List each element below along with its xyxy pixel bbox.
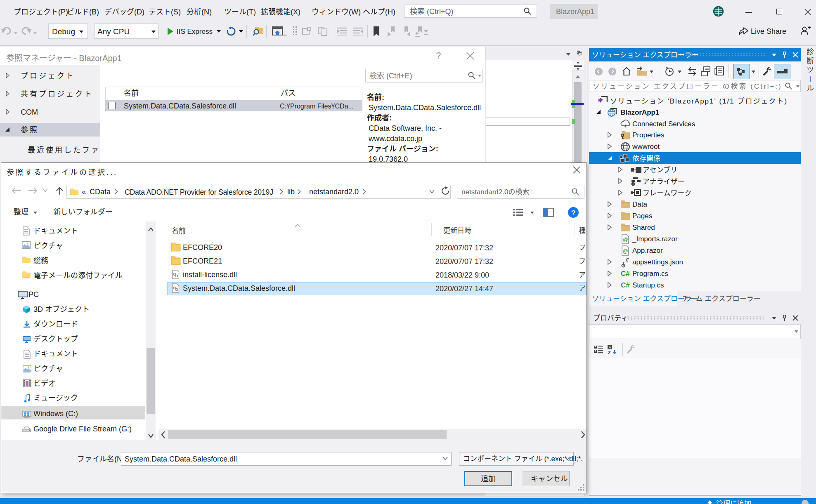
svg-text:A: A xyxy=(608,345,611,349)
svg-text:i: i xyxy=(633,182,634,186)
svg-text:@: @ xyxy=(623,236,628,243)
svg-text:@: @ xyxy=(623,248,628,254)
svg-text:Z: Z xyxy=(608,350,611,355)
